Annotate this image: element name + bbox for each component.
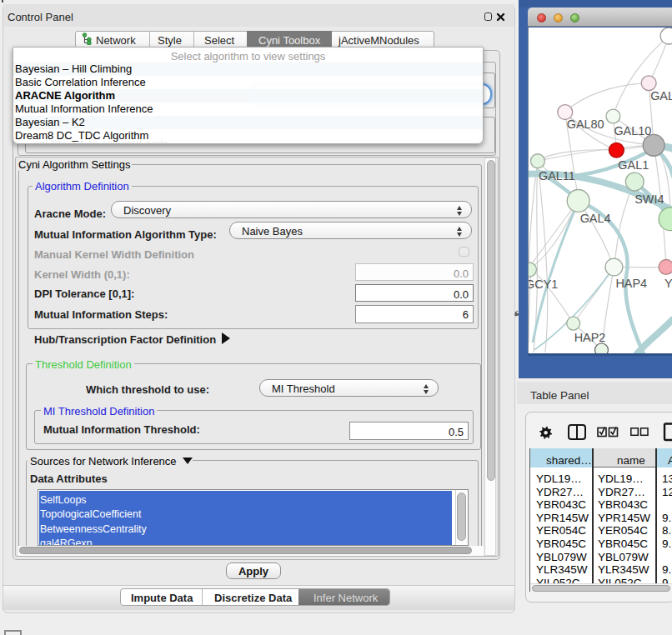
svg-text:GAL80: GAL80 (567, 118, 604, 131)
svg-text:GAL11: GAL11 (539, 169, 575, 182)
svg-text:GCY1: GCY1 (528, 278, 558, 291)
svg-text:HAP4: HAP4 (615, 277, 647, 290)
svg-text:HAP2: HAP2 (574, 331, 606, 344)
svg-text:YM: YM (664, 277, 672, 290)
svg-text:GAL10: GAL10 (614, 124, 651, 138)
svg-text:GAL1: GAL1 (618, 158, 649, 172)
svg-text:GAL4: GAL4 (580, 212, 611, 225)
svg-text:SWI4: SWI4 (634, 192, 664, 206)
svg-text:GAL7: GAL7 (650, 89, 672, 102)
